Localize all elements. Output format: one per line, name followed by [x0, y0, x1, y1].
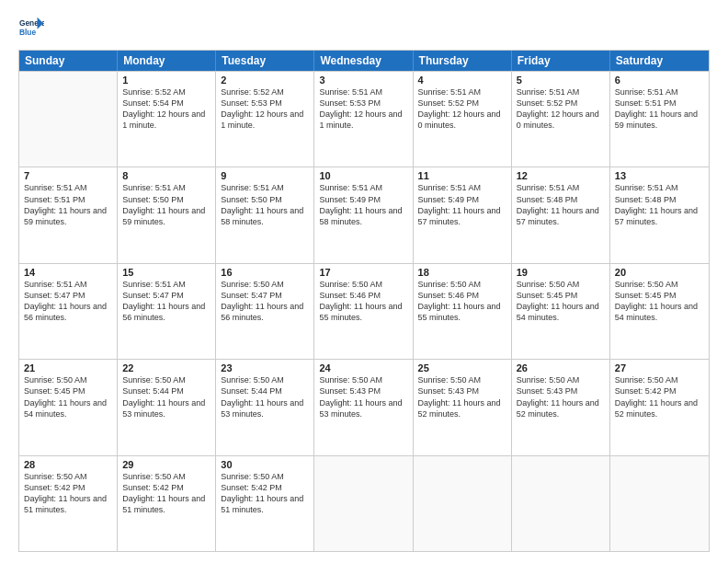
cell-info: Sunrise: 5:51 AMSunset: 5:51 PMDaylight:…: [615, 86, 704, 132]
cell-info: Sunrise: 5:52 AMSunset: 5:53 PMDaylight:…: [221, 86, 309, 132]
table-row: [610, 456, 709, 551]
table-row: 10Sunrise: 5:51 AMSunset: 5:49 PMDayligh…: [314, 167, 413, 262]
cell-info: Sunrise: 5:51 AMSunset: 5:47 PMDaylight:…: [122, 279, 210, 324]
day-number: 26: [517, 362, 605, 373]
header-cell-sunday: Sunday: [19, 51, 118, 71]
cell-info: Sunrise: 5:51 AMSunset: 5:48 PMDaylight:…: [615, 182, 704, 227]
table-row: 25Sunrise: 5:50 AMSunset: 5:43 PMDayligh…: [414, 360, 512, 454]
day-number: 7: [24, 170, 112, 181]
cell-info: Sunrise: 5:51 AMSunset: 5:50 PMDaylight:…: [221, 182, 309, 227]
header-cell-thursday: Thursday: [414, 51, 512, 71]
table-row: 1Sunrise: 5:52 AMSunset: 5:54 PMDaylight…: [118, 72, 216, 167]
table-row: [19, 72, 118, 167]
table-row: 14Sunrise: 5:51 AMSunset: 5:47 PMDayligh…: [19, 264, 118, 359]
cell-info: Sunrise: 5:50 AMSunset: 5:42 PMDaylight:…: [221, 471, 309, 516]
header-cell-monday: Monday: [118, 51, 216, 71]
table-row: 18Sunrise: 5:50 AMSunset: 5:46 PMDayligh…: [414, 264, 512, 359]
table-row: 16Sunrise: 5:50 AMSunset: 5:47 PMDayligh…: [216, 264, 314, 359]
table-row: 30Sunrise: 5:50 AMSunset: 5:42 PMDayligh…: [216, 456, 314, 551]
cell-info: Sunrise: 5:50 AMSunset: 5:45 PMDaylight:…: [517, 279, 605, 324]
table-row: 21Sunrise: 5:50 AMSunset: 5:45 PMDayligh…: [19, 360, 118, 454]
cell-info: Sunrise: 5:51 AMSunset: 5:49 PMDaylight:…: [418, 182, 506, 227]
cell-info: Sunrise: 5:51 AMSunset: 5:52 PMDaylight:…: [418, 86, 506, 132]
day-number: 14: [24, 267, 112, 278]
table-row: 3Sunrise: 5:51 AMSunset: 5:53 PMDaylight…: [314, 72, 413, 167]
table-row: 29Sunrise: 5:50 AMSunset: 5:42 PMDayligh…: [118, 456, 216, 551]
table-row: 2Sunrise: 5:52 AMSunset: 5:53 PMDaylight…: [216, 72, 314, 167]
day-number: 16: [221, 267, 309, 278]
table-row: [414, 456, 512, 551]
day-number: 28: [24, 459, 112, 470]
day-number: 23: [221, 362, 309, 373]
cell-info: Sunrise: 5:50 AMSunset: 5:44 PMDaylight:…: [221, 374, 309, 419]
day-number: 4: [418, 75, 506, 86]
cell-info: Sunrise: 5:51 AMSunset: 5:48 PMDaylight:…: [517, 182, 605, 227]
table-row: 24Sunrise: 5:50 AMSunset: 5:43 PMDayligh…: [314, 360, 413, 454]
table-row: 23Sunrise: 5:50 AMSunset: 5:44 PMDayligh…: [216, 360, 314, 454]
day-number: 10: [319, 170, 407, 181]
day-number: 30: [221, 459, 309, 470]
day-number: 25: [418, 362, 506, 373]
day-number: 11: [418, 170, 506, 181]
table-row: 8Sunrise: 5:51 AMSunset: 5:50 PMDaylight…: [118, 167, 216, 262]
cell-info: Sunrise: 5:51 AMSunset: 5:53 PMDaylight:…: [319, 86, 407, 132]
cell-info: Sunrise: 5:50 AMSunset: 5:45 PMDaylight:…: [24, 374, 112, 419]
cell-info: Sunrise: 5:51 AMSunset: 5:52 PMDaylight:…: [517, 86, 605, 132]
cell-info: Sunrise: 5:50 AMSunset: 5:44 PMDaylight:…: [122, 374, 210, 419]
table-row: 13Sunrise: 5:51 AMSunset: 5:48 PMDayligh…: [610, 167, 709, 262]
day-number: 18: [418, 267, 506, 278]
calendar: SundayMondayTuesdayWednesdayThursdayFrid…: [18, 50, 710, 552]
day-number: 27: [615, 362, 704, 373]
cell-info: Sunrise: 5:50 AMSunset: 5:47 PMDaylight:…: [221, 279, 309, 324]
day-number: 15: [122, 267, 210, 278]
cell-info: Sunrise: 5:51 AMSunset: 5:50 PMDaylight:…: [122, 182, 210, 227]
table-row: 28Sunrise: 5:50 AMSunset: 5:42 PMDayligh…: [19, 456, 118, 551]
header-cell-tuesday: Tuesday: [216, 51, 314, 71]
table-row: 27Sunrise: 5:50 AMSunset: 5:42 PMDayligh…: [610, 360, 709, 454]
calendar-header-row: SundayMondayTuesdayWednesdayThursdayFrid…: [19, 51, 709, 71]
header-cell-friday: Friday: [512, 51, 610, 71]
logo-icon: General Blue: [18, 15, 44, 40]
table-row: 15Sunrise: 5:51 AMSunset: 5:47 PMDayligh…: [118, 264, 216, 359]
cell-info: Sunrise: 5:50 AMSunset: 5:42 PMDaylight:…: [122, 471, 210, 516]
day-number: 9: [221, 170, 309, 181]
day-number: 3: [319, 75, 407, 86]
table-row: 22Sunrise: 5:50 AMSunset: 5:44 PMDayligh…: [118, 360, 216, 454]
table-row: 26Sunrise: 5:50 AMSunset: 5:43 PMDayligh…: [512, 360, 610, 454]
table-row: [512, 456, 610, 551]
calendar-row-2: 14Sunrise: 5:51 AMSunset: 5:47 PMDayligh…: [19, 263, 709, 359]
calendar-row-1: 7Sunrise: 5:51 AMSunset: 5:51 PMDaylight…: [19, 167, 709, 262]
day-number: 2: [221, 75, 309, 86]
calendar-row-3: 21Sunrise: 5:50 AMSunset: 5:45 PMDayligh…: [19, 359, 709, 454]
cell-info: Sunrise: 5:50 AMSunset: 5:43 PMDaylight:…: [319, 374, 407, 419]
day-number: 22: [122, 362, 210, 373]
day-number: 19: [517, 267, 605, 278]
table-row: 7Sunrise: 5:51 AMSunset: 5:51 PMDaylight…: [19, 167, 118, 262]
day-number: 21: [24, 362, 112, 373]
day-number: 6: [615, 75, 704, 86]
page: General Blue SundayMondayTuesdayWednesda…: [0, 0, 728, 563]
logo: General Blue: [18, 15, 44, 40]
cell-info: Sunrise: 5:50 AMSunset: 5:45 PMDaylight:…: [615, 279, 704, 324]
table-row: 12Sunrise: 5:51 AMSunset: 5:48 PMDayligh…: [512, 167, 610, 262]
header-cell-saturday: Saturday: [610, 51, 709, 71]
table-row: 20Sunrise: 5:50 AMSunset: 5:45 PMDayligh…: [610, 264, 709, 359]
day-number: 29: [122, 459, 210, 470]
cell-info: Sunrise: 5:51 AMSunset: 5:47 PMDaylight:…: [24, 279, 112, 324]
day-number: 17: [319, 267, 407, 278]
table-row: [314, 456, 413, 551]
table-row: 11Sunrise: 5:51 AMSunset: 5:49 PMDayligh…: [414, 167, 512, 262]
svg-text:Blue: Blue: [19, 28, 36, 37]
cell-info: Sunrise: 5:51 AMSunset: 5:49 PMDaylight:…: [319, 182, 407, 227]
calendar-body: 1Sunrise: 5:52 AMSunset: 5:54 PMDaylight…: [19, 71, 709, 551]
day-number: 20: [615, 267, 704, 278]
cell-info: Sunrise: 5:50 AMSunset: 5:42 PMDaylight:…: [615, 374, 704, 419]
day-number: 8: [122, 170, 210, 181]
cell-info: Sunrise: 5:50 AMSunset: 5:43 PMDaylight:…: [418, 374, 506, 419]
table-row: 6Sunrise: 5:51 AMSunset: 5:51 PMDaylight…: [610, 72, 709, 167]
day-number: 12: [517, 170, 605, 181]
header: General Blue: [18, 15, 710, 40]
table-row: 5Sunrise: 5:51 AMSunset: 5:52 PMDaylight…: [512, 72, 610, 167]
table-row: 19Sunrise: 5:50 AMSunset: 5:45 PMDayligh…: [512, 264, 610, 359]
calendar-row-4: 28Sunrise: 5:50 AMSunset: 5:42 PMDayligh…: [19, 455, 709, 551]
